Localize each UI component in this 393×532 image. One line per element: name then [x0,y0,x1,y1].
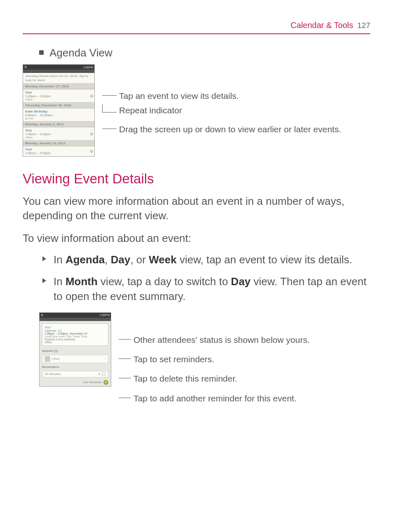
callout-line-icon [119,373,131,378]
callout-line-icon [102,104,117,112]
repeat-icon: ↻ [90,150,93,153]
status-time: 1:00PM [83,66,93,69]
callout-line-icon [119,392,131,398]
square-bullet-icon [39,50,44,55]
annotation-repeat: Repeat indicator [119,104,370,116]
agenda-view-heading: Agenda View [23,47,370,59]
agenda-date-header: Monday, January 10, 2011 [23,141,94,146]
agenda-hint[interactable]: Showing events since Oct 21, 2010. Tap t… [23,73,94,84]
agenda-date-header: Monday, January 3, 2011 [23,122,94,127]
dropdown-arrow-icon: ▾ [98,372,100,376]
guest-row: (You) › [42,355,108,363]
triangle-bullet-icon [42,256,46,261]
agenda-event[interactable]: Test 1:00pm – 2:00pm Office ↻ [23,127,94,141]
agenda-view-label: Agenda View [49,47,112,59]
repeat-icon: ↻ [90,94,93,97]
status-time: 1:00PM [100,314,110,316]
event-detail-annotations: Other attendees' status is shown below y… [119,312,370,412]
callout-line-icon [102,123,117,129]
agenda-event[interactable]: Katie Birthday 8:00am – 10:00am at Pub [23,108,94,122]
header-page-number: 127 [357,21,370,30]
section-heading: Viewing Event Details [23,171,370,187]
avatar-icon [44,356,50,362]
reminders-label: Reminders [40,364,111,370]
agenda-date-header: Thursday, December 30, 2010 [23,103,94,108]
body-paragraph: You can view more information about an e… [23,194,370,223]
callout-line-icon [102,90,117,96]
delete-reminder-button[interactable]: − [102,372,106,376]
agenda-event[interactable]: Test 1:00pm – 2:00pm ↻ [23,146,94,156]
repeat-icon: ↻ [90,132,93,135]
agenda-figure-row: ☰ 1:00PM Showing events since Oct 21, 20… [23,64,370,157]
guests-label: Guests (1) [40,348,111,354]
status-bar: ☰ 1:00PM [23,65,94,70]
status-left-icon: ☰ [41,314,43,317]
chevron-icon: › [105,357,106,361]
event-summary-card: Test Calendar: LG 1:00pm – 2:00pm, Decem… [42,323,108,346]
agenda-event[interactable]: Test 1:00pm – 2:00pm Office ↻ [23,89,94,103]
annotation-attendees: Other attendees' status is shown below y… [133,334,370,346]
reminder-dropdown[interactable]: 15 minutes ▾ − [42,371,108,377]
triangle-bullet-icon [42,278,46,283]
annotation-add-reminder: Tap to add another reminder for this eve… [133,392,370,404]
page-header: Calendar & Tools 127 [23,21,370,34]
annotation-set-reminder: Tap to set reminders. [133,353,370,365]
agenda-date-header: Monday, December 27, 2010 [23,84,94,89]
header-section-title: Calendar & Tools [290,21,353,30]
status-left-icon: ☰ [24,66,27,69]
callout-line-icon [119,353,131,359]
status-bar: ☰ 1:00PM [40,313,111,318]
event-detail-figure-row: ☰ 1:00PM Test Calendar: LG 1:00pm – 2:00… [39,312,370,412]
app-titlebar [40,318,111,321]
event-detail-screenshot: ☰ 1:00PM Test Calendar: LG 1:00pm – 2:00… [39,312,111,387]
list-item: In Agenda, Day, or Week view, tap an eve… [23,252,370,267]
add-reminder-row[interactable]: Add Reminder + [40,379,111,386]
agenda-annotations: Tap an event to view its details. Repeat… [102,64,370,138]
annotation-drag: Drag the screen up or down to view earli… [119,123,370,135]
annotation-tap-event: Tap an event to view its details. [119,90,370,102]
callout-line-icon [119,334,131,340]
list-item: In Month view, tap a day to switch to Da… [23,274,370,304]
app-titlebar [23,70,94,73]
agenda-screenshot: ☰ 1:00PM Showing events since Oct 21, 20… [23,64,95,157]
annotation-delete-reminder: Tap to delete this reminder. [133,373,370,384]
add-reminder-button[interactable]: + [103,380,108,385]
sub-heading: To view information about an event: [23,232,370,245]
